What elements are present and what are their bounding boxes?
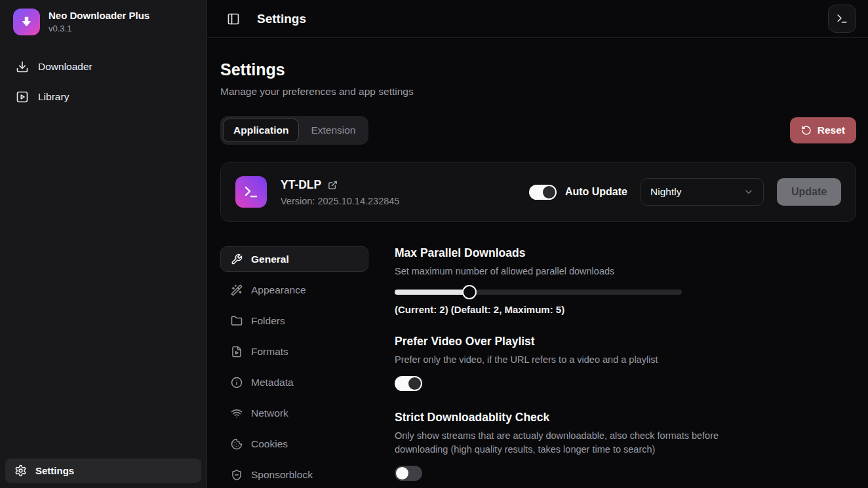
update-button[interactable]: Update [777,178,841,206]
update-channel-value: Nightly [650,186,681,198]
settings-body: General Appearance Folders [220,246,856,487]
sidebar-item-label: Downloader [38,61,92,73]
topbar-title: Settings [257,12,306,26]
setting-title: Strict Downloadablity Check [395,411,856,424]
panel-left-icon [227,12,240,26]
page-title: Settings [220,60,856,79]
setting-description: Prefer only the video, if the URL refers… [395,353,730,367]
gear-icon [14,464,27,477]
settings-nav-appearance[interactable]: Appearance [220,277,368,303]
settings-nav-folders[interactable]: Folders [220,308,368,333]
setting-description: Only show streams that are actualy downl… [395,429,730,456]
settings-nav-cookies[interactable]: Cookies [220,431,368,457]
toggle-knob [543,186,555,198]
sidebar-item-label: Library [38,91,69,103]
sidebar-header: Neo Downloader Plus v0.3.1 [0,0,207,35]
parallel-downloads-slider[interactable] [395,290,682,295]
external-link-icon[interactable] [328,180,338,190]
setting-description: Set maximum number of allowed parallel d… [395,265,730,278]
prefer-video-toggle[interactable] [395,376,422,391]
tab-extension[interactable]: Extension [300,119,366,142]
settings-nav-sponsorblock[interactable]: Sponsorblock [220,462,368,487]
wifi-icon [231,407,243,419]
setting-prefer-video-over-playlist: Prefer Video Over Playlist Prefer only t… [395,335,856,392]
terminal-icon [836,12,848,25]
settings-tabs: Application Extension [220,116,368,145]
update-channel-select[interactable]: Nightly [641,178,764,206]
download-tray-icon [16,60,29,73]
ytdlp-controls: Auto Update Nightly Update [529,178,841,206]
settings-page: Settings Manage your preferences and app… [207,38,868,488]
setting-max-parallel-downloads: Max Parallel Downloads Set maximum numbe… [395,246,856,315]
tabs-row: Application Extension Reset [220,116,856,145]
shield-minus-icon [231,469,243,481]
sidebar-footer: Settings [0,453,207,488]
settings-nav-label: Formats [251,346,288,358]
settings-nav-label: General [251,253,289,265]
file-play-icon [231,346,243,358]
settings-nav-metadata[interactable]: Metadata [220,369,368,395]
reset-button-label: Reset [818,124,845,136]
parallel-downloads-status: (Current: 2) (Default: 2, Maximum: 5) [395,304,856,315]
settings-nav-label: Cookies [251,438,288,450]
info-icon [231,377,243,388]
rotate-ccw-icon [801,125,812,136]
reset-button[interactable]: Reset [790,117,856,143]
app-version: v0.3.1 [49,24,149,33]
settings-nav-formats[interactable]: Formats [220,339,368,364]
settings-nav-label: Network [251,407,288,419]
sidebar-nav: Downloader Library [0,55,207,109]
setting-title: Max Parallel Downloads [395,246,856,260]
sidebar-toggle-button[interactable] [227,12,240,26]
folder-icon [231,315,243,327]
toggle-knob [396,467,408,479]
auto-update-control: Auto Update [529,185,627,200]
ytdlp-version: Version: 2025.10.14.232845 [281,196,399,206]
ytdlp-name: YT-DLP [281,178,321,192]
settings-nav-label: Metadata [251,377,294,388]
topbar: Settings [207,0,868,38]
settings-section-nav: General Appearance Folders [220,246,368,487]
square-play-icon [16,90,29,103]
settings-nav-network[interactable]: Network [220,400,368,426]
settings-content: Max Parallel Downloads Set maximum numbe… [395,246,856,487]
sidebar: Neo Downloader Plus v0.3.1 Downloader Li… [0,0,207,488]
sidebar-item-settings[interactable]: Settings [5,459,201,483]
parallel-slider-thumb[interactable] [462,285,477,299]
topbar-left: Settings [227,12,306,26]
ytdlp-card: YT-DLP Version: 2025.10.14.232845 Auto U… [220,162,856,222]
tab-application[interactable]: Application [223,119,299,142]
sidebar-item-library[interactable]: Library [10,85,196,109]
settings-nav-label: Sponsorblock [251,469,313,481]
settings-nav-label: Folders [251,315,285,327]
app-logo [13,9,40,35]
ytdlp-info: YT-DLP Version: 2025.10.14.232845 [281,178,399,206]
wrench-icon [231,253,243,265]
cookie-icon [231,438,243,450]
app-name: Neo Downloader Plus [49,9,149,21]
sidebar-item-downloader[interactable]: Downloader [10,55,196,79]
terminal-button[interactable] [828,5,856,33]
strict-check-toggle[interactable] [395,466,422,481]
ytdlp-logo [235,176,267,208]
auto-update-toggle[interactable] [529,185,557,200]
sidebar-item-label: Settings [35,465,74,476]
parallel-slider-fill [395,290,469,295]
chevron-down-icon [743,187,754,197]
setting-title: Prefer Video Over Playlist [395,335,856,348]
download-icon [20,15,33,29]
setting-strict-downloadability-check: Strict Downloadablity Check Only show st… [395,411,856,481]
app-identity: Neo Downloader Plus v0.3.1 [49,9,149,33]
settings-nav-label: Appearance [251,284,306,296]
toggle-knob [408,377,421,390]
auto-update-label: Auto Update [565,186,627,198]
page-subtitle: Manage your preferences and app settings [220,86,856,98]
app-window: Neo Downloader Plus v0.3.1 Downloader Li… [0,0,868,488]
wand-sparkles-icon [231,284,243,296]
main-area: Settings Settings Manage your preference… [207,0,868,488]
settings-nav-general[interactable]: General [220,246,368,272]
terminal-icon [243,184,259,200]
